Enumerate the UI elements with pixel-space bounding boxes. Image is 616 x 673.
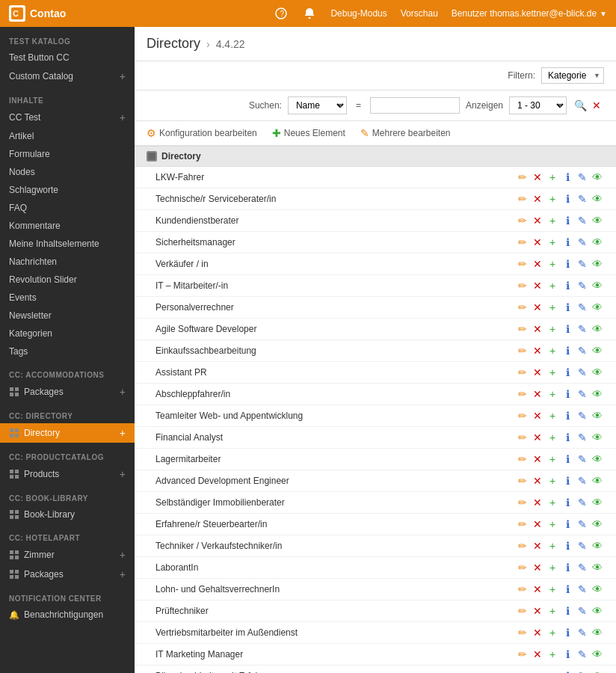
add-icon[interactable]: +: [546, 496, 559, 509]
sidebar-item-tags[interactable]: Tags: [0, 342, 135, 360]
add-icon[interactable]: +: [546, 301, 559, 314]
delete-icon[interactable]: ✕: [531, 648, 544, 661]
info-icon[interactable]: ℹ: [561, 648, 574, 661]
view-icon[interactable]: 👁: [591, 496, 604, 509]
copy-icon[interactable]: ✎: [576, 192, 589, 206]
edit-icon[interactable]: ✏: [516, 409, 529, 422]
copy-icon[interactable]: ✎: [576, 474, 589, 488]
edit-icon[interactable]: ✏: [516, 517, 529, 531]
info-icon[interactable]: ℹ: [561, 236, 574, 249]
edit-icon[interactable]: ✏: [516, 170, 529, 184]
delete-icon[interactable]: ✕: [531, 604, 544, 618]
search-input[interactable]: [370, 97, 460, 114]
view-icon[interactable]: 👁: [591, 236, 604, 249]
add-icon[interactable]: +: [546, 344, 559, 357]
add-icon[interactable]: +: [546, 236, 559, 249]
delete-icon[interactable]: ✕: [531, 236, 544, 249]
edit-icon[interactable]: ✏: [516, 431, 529, 444]
delete-icon[interactable]: ✕: [531, 409, 544, 422]
search-field-select[interactable]: Name: [288, 96, 347, 114]
edit-icon[interactable]: ✏: [516, 236, 529, 249]
edit-icon[interactable]: ✏: [516, 669, 529, 673]
copy-icon[interactable]: ✎: [576, 170, 589, 184]
copy-icon[interactable]: ✎: [576, 279, 589, 292]
copy-icon[interactable]: ✎: [576, 583, 589, 596]
copy-icon[interactable]: ✎: [576, 431, 589, 444]
view-icon[interactable]: 👁: [591, 561, 604, 574]
copy-icon[interactable]: ✎: [576, 626, 589, 639]
info-icon[interactable]: ℹ: [561, 170, 574, 184]
add-icon[interactable]: +: [546, 409, 559, 422]
info-icon[interactable]: ℹ: [561, 604, 574, 618]
sidebar-item-schlagworte[interactable]: Schlagworte: [0, 181, 135, 199]
sidebar-item-revolution-slider[interactable]: Revolution Slider: [0, 271, 135, 289]
delete-icon[interactable]: ✕: [531, 452, 544, 466]
info-icon[interactable]: ℹ: [561, 214, 574, 227]
edit-icon[interactable]: ✏: [516, 301, 529, 314]
sidebar-item-kommentare[interactable]: Kommentare: [0, 217, 135, 235]
add-icon[interactable]: +: [546, 626, 559, 639]
info-icon[interactable]: ℹ: [561, 452, 574, 466]
new-element-link[interactable]: ✚ Neues Element: [272, 127, 345, 139]
view-icon[interactable]: 👁: [591, 387, 604, 401]
copy-icon[interactable]: ✎: [576, 236, 589, 249]
copy-icon[interactable]: ✎: [576, 561, 589, 574]
edit-icon[interactable]: ✏: [516, 583, 529, 596]
delete-icon[interactable]: ✕: [531, 517, 544, 531]
delete-icon[interactable]: ✕: [531, 387, 544, 401]
view-icon[interactable]: 👁: [591, 170, 604, 184]
info-icon[interactable]: ℹ: [561, 583, 574, 596]
delete-icon[interactable]: ✕: [531, 322, 544, 336]
sidebar-add-icon[interactable]: +: [120, 427, 126, 439]
copy-icon[interactable]: ✎: [576, 517, 589, 531]
info-icon[interactable]: ℹ: [561, 322, 574, 336]
delete-icon[interactable]: ✕: [531, 279, 544, 292]
info-icon[interactable]: ℹ: [561, 431, 574, 444]
preview-link[interactable]: Vorschau: [401, 8, 438, 19]
copy-icon[interactable]: ✎: [576, 257, 589, 271]
info-icon[interactable]: ℹ: [561, 279, 574, 292]
edit-icon[interactable]: ✏: [516, 452, 529, 466]
view-icon[interactable]: 👁: [591, 409, 604, 422]
edit-multiple-link[interactable]: ✎ Mehrere bearbeiten: [360, 127, 451, 139]
info-icon[interactable]: ℹ: [561, 409, 574, 422]
add-icon[interactable]: +: [546, 387, 559, 401]
sidebar-item-test-button-cc[interactable]: Test Button CC: [0, 49, 135, 67]
view-icon[interactable]: 👁: [591, 648, 604, 661]
view-icon[interactable]: 👁: [591, 366, 604, 379]
edit-icon[interactable]: ✏: [516, 496, 529, 509]
info-icon[interactable]: ℹ: [561, 474, 574, 488]
view-icon[interactable]: 👁: [591, 279, 604, 292]
sidebar-item-directory[interactable]: Directory+: [0, 423, 135, 443]
copy-icon[interactable]: ✎: [576, 452, 589, 466]
sidebar-item-kategorien[interactable]: Kategorien: [0, 325, 135, 342]
edit-icon[interactable]: ✏: [516, 561, 529, 574]
info-icon[interactable]: ℹ: [561, 366, 574, 379]
sidebar-item-book-library[interactable]: Book-Library: [0, 505, 135, 523]
view-icon[interactable]: 👁: [591, 669, 604, 673]
info-icon[interactable]: ℹ: [561, 517, 574, 531]
view-icon[interactable]: 👁: [591, 517, 604, 531]
delete-icon[interactable]: ✕: [531, 301, 544, 314]
sidebar-add-icon[interactable]: +: [120, 70, 126, 82]
info-icon[interactable]: ℹ: [561, 561, 574, 574]
show-count-select[interactable]: 1 - 30: [509, 96, 567, 114]
sidebar-item-nachrichten[interactable]: Nachrichten: [0, 253, 135, 271]
sidebar-item-packages-hotel[interactable]: Packages+: [0, 565, 135, 584]
copy-icon[interactable]: ✎: [576, 604, 589, 618]
copy-icon[interactable]: ✎: [576, 648, 589, 661]
edit-icon[interactable]: ✏: [516, 604, 529, 618]
delete-icon[interactable]: ✕: [531, 344, 544, 357]
edit-icon[interactable]: ✏: [516, 474, 529, 488]
view-icon[interactable]: 👁: [591, 257, 604, 271]
copy-icon[interactable]: ✎: [576, 409, 589, 422]
copy-icon[interactable]: ✎: [576, 669, 589, 673]
copy-icon[interactable]: ✎: [576, 344, 589, 357]
filter-select[interactable]: Kategorie: [541, 67, 604, 84]
add-icon[interactable]: +: [546, 648, 559, 661]
debug-mode-link[interactable]: Debug-Modus: [330, 8, 386, 19]
edit-icon[interactable]: ✏: [516, 366, 529, 379]
sidebar-item-newsletter[interactable]: Newsletter: [0, 307, 135, 325]
sidebar-item-events[interactable]: Events: [0, 289, 135, 307]
view-icon[interactable]: 👁: [591, 474, 604, 488]
